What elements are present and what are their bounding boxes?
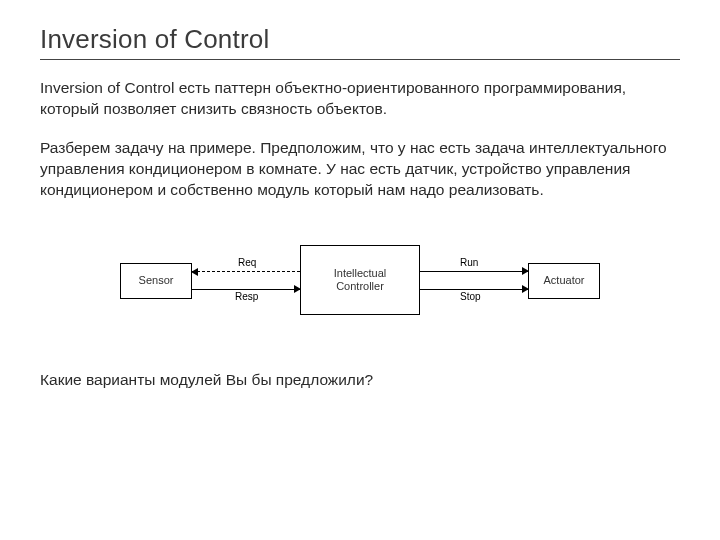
edge-resp-label: Resp	[235, 291, 258, 302]
title-underline	[40, 59, 680, 60]
edge-run-label: Run	[460, 257, 478, 268]
architecture-diagram: Sensor IntellectualController Actuator R…	[120, 225, 600, 335]
node-controller: IntellectualController	[300, 245, 420, 315]
edge-resp-arrow	[192, 289, 300, 290]
node-actuator: Actuator	[528, 263, 600, 299]
edge-req-label: Req	[238, 257, 256, 268]
intro-paragraph-2: Разберем задачу на примере. Предположим,…	[40, 138, 680, 201]
question-paragraph: Какие варианты модулей Вы бы предложили?	[40, 371, 680, 389]
edge-req-arrow	[192, 271, 300, 273]
edge-stop-label: Stop	[460, 291, 481, 302]
edge-run-arrow	[420, 271, 528, 272]
edge-stop-arrow	[420, 289, 528, 290]
node-sensor: Sensor	[120, 263, 192, 299]
intro-paragraph-1: Inversion of Control есть паттерн объект…	[40, 78, 680, 120]
slide: Inversion of Control Inversion of Contro…	[0, 0, 720, 540]
slide-title: Inversion of Control	[40, 24, 680, 55]
